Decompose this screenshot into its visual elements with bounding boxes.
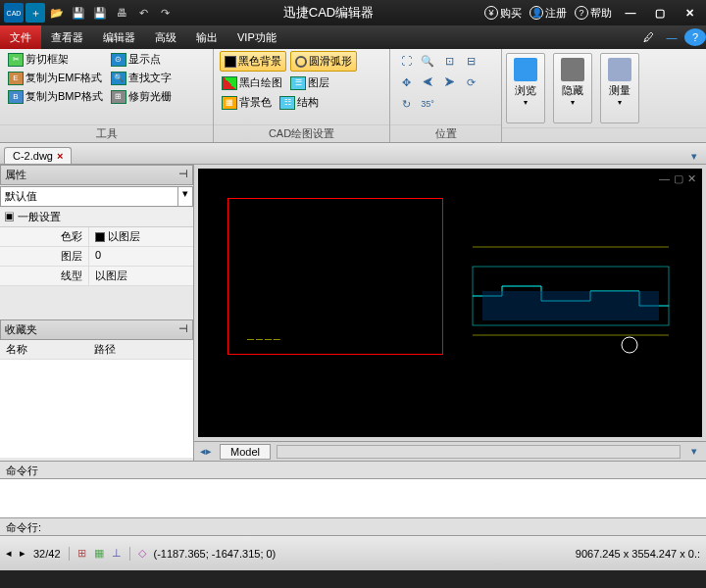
redo-icon[interactable]: ↷ [155, 3, 175, 23]
copy-bmp-button[interactable]: B复制为BMP格式 [6, 88, 105, 105]
app-title: 迅捷CAD编辑器 [178, 4, 479, 22]
group-tools-label: 工具 [0, 124, 213, 142]
chevron-down-icon[interactable]: ▾ [177, 187, 192, 206]
find-text-button[interactable]: 🔍查找文字 [109, 70, 174, 86]
zoom-in-icon[interactable]: 🔍 [420, 53, 435, 69]
cursor-coords: (-1187.365; -1647.315; 0) [154, 548, 277, 560]
save-icon[interactable]: 💾 [69, 3, 88, 23]
h-scrollbar[interactable] [277, 445, 681, 459]
angle-icon[interactable]: 35° [420, 96, 435, 112]
pan-icon[interactable]: ✥ [398, 74, 414, 90]
maximize-button[interactable]: ▢ [649, 4, 671, 22]
rotate-icon[interactable]: ⟳ [463, 74, 479, 90]
osnap-icon[interactable]: ◇ [138, 547, 146, 560]
command-prompt[interactable]: 命令行: [0, 517, 706, 535]
title-bar: CAD ＋ 📂 💾 💾 🖶 ↶ ↷ 迅捷CAD编辑器 ¥购买 👤注册 ?帮助 —… [0, 0, 706, 25]
trim-raster-button[interactable]: ⊞修剪光栅 [109, 88, 174, 105]
pin-icon[interactable]: ⊣ [178, 322, 188, 337]
nav-right-icon[interactable]: ⮞ [441, 74, 457, 90]
zoom-out-icon[interactable]: ⊟ [463, 53, 479, 69]
page-nav-right-icon[interactable]: ▸ [20, 547, 25, 560]
model-menu-icon[interactable]: ▾ [686, 444, 702, 460]
bw-draw-button[interactable]: 黑白绘图 [220, 74, 284, 91]
favorites-header: 收藏夹⊣ [0, 319, 193, 340]
menu-advanced[interactable]: 高级 [145, 25, 186, 49]
hide-button[interactable]: 隐藏▾ [553, 53, 592, 123]
menu-output[interactable]: 输出 [186, 25, 227, 49]
help-button[interactable]: ?帮助 [575, 6, 612, 21]
menu-viewer[interactable]: 查看器 [41, 25, 93, 49]
register-button[interactable]: 👤注册 [530, 6, 567, 21]
grid-icon[interactable]: ▦ [94, 547, 104, 560]
canvas-max-icon[interactable]: ▢ [674, 172, 683, 185]
properties-panel: 属性⊣ 默认值▾ ▣ 一般设置 色彩 以图层 图层0 线型以图层 收藏夹⊣ 名称… [0, 165, 194, 461]
menu-min-icon[interactable]: — [661, 28, 682, 46]
drawing-canvas[interactable]: — ▢ ✕ — — — — [198, 169, 702, 437]
show-points-button[interactable]: ⊙显示点 [109, 51, 174, 68]
menu-file[interactable]: 文件 [0, 25, 41, 49]
buy-button[interactable]: ¥购买 [484, 6, 522, 21]
browse-button[interactable]: 浏览▾ [506, 53, 545, 123]
snap-icon[interactable]: ⊞ [77, 547, 86, 560]
bgcolor-button[interactable]: ▦背景色 [220, 94, 274, 111]
menu-vip[interactable]: VIP功能 [227, 25, 286, 49]
model-tab[interactable]: Model [220, 444, 271, 460]
minimize-button[interactable]: — [620, 4, 641, 22]
properties-header: 属性⊣ [0, 165, 193, 185]
nav-left-icon[interactable]: ⮜ [420, 74, 435, 90]
section-general[interactable]: ▣ 一般设置 [0, 208, 193, 227]
app-logo-icon: CAD [4, 3, 24, 23]
svg-point-4 [622, 337, 637, 353]
menu-help-icon[interactable]: ? [684, 28, 706, 46]
crop-frame-button[interactable]: ✂剪切框架 [6, 51, 105, 68]
group-pos-label: 位置 [390, 124, 501, 142]
file-tab-strip: C-2.dwg × ▾ [0, 143, 706, 165]
model-nav-icon[interactable]: ◂▸ [198, 444, 214, 460]
orbit-icon[interactable]: ↻ [398, 96, 414, 112]
menu-bar: 文件 查看器 编辑器 高级 输出 VIP功能 🖊 — ? [0, 25, 706, 49]
pin-icon[interactable]: ⊣ [178, 168, 188, 182]
canvas-close-icon[interactable]: ✕ [687, 172, 696, 185]
page-indicator: 32/42 [33, 548, 61, 560]
undo-icon[interactable]: ↶ [133, 3, 153, 23]
command-output [0, 478, 706, 517]
ortho-icon[interactable]: ⊥ [112, 547, 122, 560]
zoom-fit-icon[interactable]: ⛶ [398, 53, 414, 69]
file-tab[interactable]: C-2.dwg × [4, 147, 72, 164]
file-tab-close-icon[interactable]: × [57, 150, 63, 162]
file-tab-label: C-2.dwg [13, 150, 53, 162]
measure-button[interactable]: 测量▾ [600, 53, 639, 123]
zoom-window-icon[interactable]: ⊡ [441, 53, 457, 69]
print-icon[interactable]: 🖶 [112, 3, 131, 23]
copy-emf-button[interactable]: E复制为EMF格式 [6, 70, 105, 86]
open-icon[interactable]: 📂 [47, 3, 67, 23]
close-button[interactable]: ✕ [679, 4, 700, 22]
page-nav-left-icon[interactable]: ◂ [6, 547, 12, 560]
properties-default-combo[interactable]: 默认值▾ [0, 186, 193, 207]
svg-rect-1 [482, 291, 659, 320]
tab-menu-icon[interactable]: ▾ [686, 148, 702, 164]
smooth-arc-button[interactable]: 圆滑弧形 [290, 51, 357, 72]
ribbon: ✂剪切框架 E复制为EMF格式 B复制为BMP格式 ⊙显示点 🔍查找文字 ⊞修剪… [0, 49, 706, 143]
group-cad-label: CAD绘图设置 [214, 124, 389, 142]
saveas-icon[interactable]: 💾 [90, 3, 110, 23]
pen-icon[interactable]: 🖊 [637, 28, 659, 46]
menu-editor[interactable]: 编辑器 [93, 25, 145, 49]
canvas-min-icon[interactable]: — [659, 172, 670, 185]
black-bg-button[interactable]: 黑色背景 [220, 51, 286, 72]
extent-readout: 9067.245 x 3554.247 x 0.: [576, 548, 700, 560]
command-label: 命令行 [0, 461, 706, 478]
struct-button[interactable]: ☷结构 [277, 94, 321, 111]
layers-button[interactable]: ☰图层 [288, 74, 331, 91]
new-icon[interactable]: ＋ [25, 3, 45, 23]
status-bar: ◂ ▸ 32/42 ⊞ ▦ ⊥ ◇ (-1187.365; -1647.315;… [0, 535, 706, 570]
